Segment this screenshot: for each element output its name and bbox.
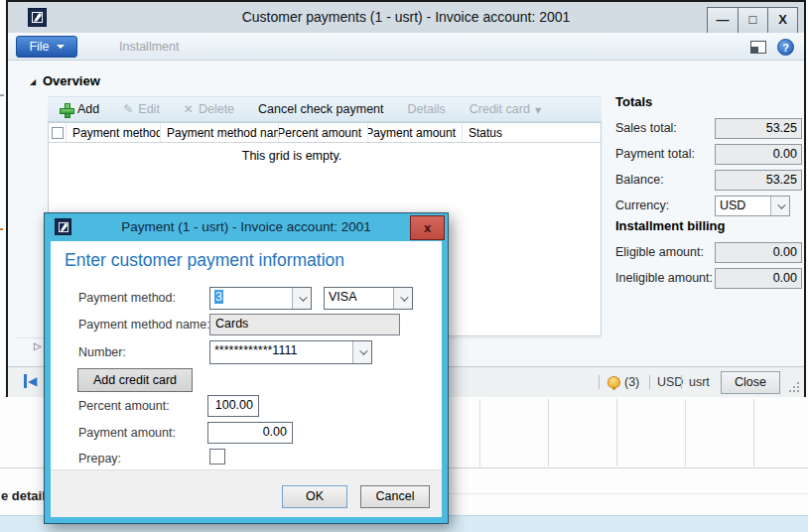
statusbar-separator: [599, 375, 600, 389]
add-credit-card-button[interactable]: Add credit card: [77, 368, 193, 392]
card-number-combobox[interactable]: ************1111: [209, 340, 372, 364]
notification-count[interactable]: (3): [624, 375, 639, 389]
file-dropdown-arrow-icon: [57, 45, 65, 49]
background-artifact: [0, 228, 3, 230]
first-record-button[interactable]: ◀: [24, 374, 37, 388]
delete-label: Delete: [199, 102, 234, 116]
payment-amount-field[interactable]: 0.00: [207, 422, 293, 444]
grid-header: Payment method Payment method name Perce…: [49, 123, 601, 143]
grid-column-line: [753, 399, 754, 466]
dialog-close-button[interactable]: x: [410, 215, 445, 240]
currency-dropdown-button[interactable]: [770, 197, 789, 215]
overview-section-title[interactable]: Overview: [43, 73, 100, 88]
cancel-check-payment-button[interactable]: Cancel check payment: [246, 97, 395, 121]
overview-toolbar: Add ✎ Edit ✕ Delete Cancel check payment…: [48, 96, 602, 122]
background-artifact: [0, 94, 4, 96]
statusbar-separator: [649, 375, 650, 389]
layout-icon[interactable]: [750, 41, 766, 54]
column-header-percent-amount[interactable]: Percent amount: [279, 123, 368, 142]
maximize-button[interactable]: □: [738, 8, 767, 33]
installment-billing-title: Installment billing: [615, 218, 726, 233]
dialog-titlebar[interactable]: Payment (1 - usrt) - Invoice account: 20…: [45, 213, 448, 241]
currency-label: Currency:: [615, 199, 669, 212]
file-menu-button[interactable]: File: [16, 36, 77, 58]
column-header-status[interactable]: Status: [463, 123, 601, 142]
card-type-dropdown-button[interactable]: [393, 288, 412, 309]
percent-amount-field[interactable]: 100.00: [207, 395, 259, 417]
help-icon[interactable]: ?: [777, 39, 794, 56]
chevron-down-icon: [400, 293, 408, 301]
tab-installment[interactable]: Installment: [119, 33, 179, 61]
card-type-value: VISA: [325, 288, 393, 309]
dialog-heading: Enter customer payment information: [65, 250, 344, 271]
chevron-down-icon: [777, 200, 785, 208]
ineligible-amount-label: Ineligible amount:: [615, 271, 713, 285]
credit-card-label: Credit card: [470, 102, 530, 116]
cancel-check-payment-label: Cancel check payment: [258, 102, 383, 116]
chevron-down-icon: [299, 293, 307, 301]
column-header-payment-amount[interactable]: Payment amount: [368, 123, 463, 142]
ineligible-amount-field: 0.00: [715, 268, 802, 289]
eligible-amount-field: 0.00: [715, 242, 802, 263]
selected-text: 3: [214, 290, 223, 304]
notifications-bell-icon[interactable]: [607, 376, 620, 388]
edit-label: Edit: [138, 102, 160, 116]
dialog-footer: OK Cancel: [51, 469, 442, 517]
grid-column-line: [616, 399, 617, 466]
number-label: Number:: [78, 345, 126, 359]
cancel-button[interactable]: Cancel: [360, 485, 430, 508]
currency-value: USD: [716, 197, 770, 215]
file-menu-label: File: [29, 40, 49, 54]
payment-method-value: 3: [210, 288, 292, 309]
prepay-checkbox[interactable]: [209, 449, 225, 465]
background-section-title: e detail: [1, 488, 46, 503]
credit-card-caret-icon: ▾: [535, 102, 541, 117]
resize-grip[interactable]: [789, 382, 799, 392]
delete-x-icon: ✕: [184, 102, 194, 116]
collapsed-section-expander-icon[interactable]: ▷: [34, 340, 42, 351]
column-header-payment-method-name[interactable]: Payment method name: [161, 123, 279, 142]
window-title: Customer payments (1 - usrt) - Invoice a…: [8, 9, 804, 25]
sales-total-label: Sales total:: [615, 121, 677, 135]
payment-total-label: Payment total:: [615, 147, 695, 161]
payment-dialog: Payment (1 - usrt) - Invoice account: 20…: [44, 212, 449, 524]
sales-total-field: 53.25: [715, 118, 802, 139]
add-plus-icon: [60, 103, 72, 116]
edit-button[interactable]: ✎ Edit: [111, 97, 172, 121]
edit-pencil-icon: ✎: [123, 102, 133, 116]
payment-method-name-label: Payment method name:: [78, 318, 210, 332]
overview-expander-icon[interactable]: ◢: [30, 77, 36, 86]
card-type-combobox[interactable]: VISA: [324, 287, 413, 310]
dialog-body: Enter customer payment information Payme…: [51, 241, 442, 517]
grid-column-line: [479, 399, 480, 466]
statusbar-user[interactable]: usrt: [689, 375, 710, 389]
close-button[interactable]: Close: [721, 371, 780, 394]
grid-column-line: [685, 399, 686, 466]
select-all-cell: [49, 123, 67, 142]
statusbar-currency[interactable]: USD: [657, 375, 683, 389]
column-header-payment-method[interactable]: Payment method: [67, 123, 161, 142]
add-label: Add: [77, 102, 99, 116]
window-titlebar[interactable]: Customer payments (1 - usrt) - Invoice a…: [8, 2, 804, 33]
select-all-checkbox[interactable]: [52, 127, 64, 139]
menubar: File Installment ?: [8, 33, 804, 61]
credit-card-dropdown-button[interactable]: Credit card ▾: [458, 97, 553, 121]
balance-label: Balance:: [615, 173, 664, 187]
payment-method-dropdown-button[interactable]: [292, 288, 311, 309]
window-controls: — □ X: [707, 7, 798, 34]
screen: e detail Customer payments (1 - usrt) - …: [0, 0, 808, 532]
delete-button[interactable]: ✕ Delete: [172, 97, 246, 121]
card-number-dropdown-button[interactable]: [352, 341, 371, 363]
minimize-button[interactable]: —: [708, 8, 738, 33]
statusbar-separator: [681, 375, 682, 389]
ok-button[interactable]: OK: [282, 485, 347, 508]
add-button[interactable]: Add: [48, 97, 111, 121]
currency-combobox[interactable]: USD: [715, 196, 790, 216]
payment-method-name-field: Cards: [209, 314, 400, 335]
prepay-label: Prepay:: [78, 452, 121, 466]
balance-field: 53.25: [715, 170, 802, 191]
details-button[interactable]: Details: [396, 97, 458, 121]
close-window-button[interactable]: X: [767, 8, 797, 33]
payment-method-combobox[interactable]: 3: [209, 287, 312, 310]
chevron-down-icon: [359, 346, 367, 354]
